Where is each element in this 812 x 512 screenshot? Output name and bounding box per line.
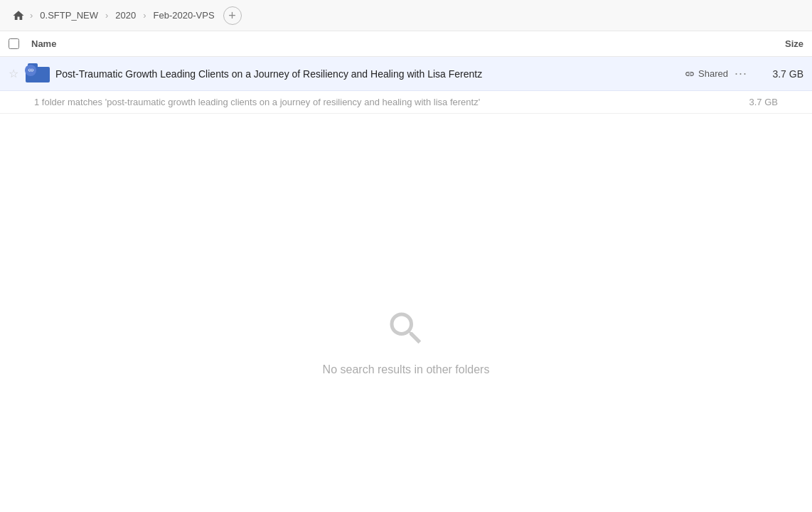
file-size: 3.7 GB [754, 68, 803, 80]
empty-state: No search results in other folders [0, 114, 812, 512]
home-button[interactable] [9, 6, 28, 26]
empty-state-text: No search results in other folders [323, 363, 490, 376]
column-header: Name Size [0, 31, 812, 57]
more-options-button[interactable]: ··· [728, 66, 754, 81]
search-icon [385, 307, 427, 352]
match-info: 1 folder matches 'post-traumatic growth … [0, 91, 812, 114]
separator-1: › [30, 10, 33, 21]
name-column-header: Name [31, 38, 747, 49]
star-button[interactable]: ☆ [9, 67, 26, 80]
breadcrumb-2020[interactable]: 2020 [109, 7, 141, 23]
file-name[interactable]: Post-Traumatic Growth Leading Clients on… [55, 68, 664, 80]
separator-3: › [143, 10, 146, 21]
breadcrumb-bar: › 0.SFTP_NEW › 2020 › Feb-2020-VPS + [0, 0, 812, 31]
match-size: 3.7 GB [749, 97, 778, 107]
size-column-header: Size [747, 38, 803, 49]
shared-label: Shared [698, 68, 728, 79]
folder-icon [26, 63, 51, 85]
breadcrumb-sftp[interactable]: 0.SFTP_NEW [34, 7, 104, 23]
breadcrumb-feb[interactable]: Feb-2020-VPS [148, 7, 220, 23]
select-all-checkbox-col [9, 38, 31, 49]
shared-badge: Shared [664, 68, 728, 79]
separator-2: › [105, 10, 108, 21]
main-content: Name Size ☆ Post-Traumatic Growth Leadin… [0, 31, 812, 512]
add-breadcrumb-button[interactable]: + [223, 6, 242, 25]
file-row[interactable]: ☆ Post-Traumatic Growth Leading Clients … [0, 57, 812, 91]
select-all-checkbox[interactable] [9, 38, 19, 49]
match-text: 1 folder matches 'post-traumatic growth … [34, 97, 480, 107]
